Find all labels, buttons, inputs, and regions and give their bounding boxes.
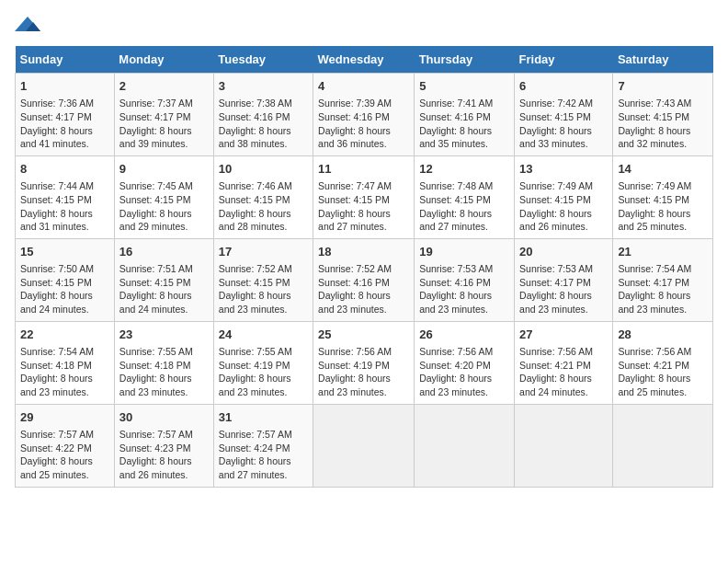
day-number: 12 [419,161,509,178]
calendar-week-row: 29Sunrise: 7:57 AMSunset: 4:22 PMDayligh… [16,404,713,487]
day-number: 27 [519,327,608,343]
day-info: Sunrise: 7:39 AMSunset: 4:16 PMDaylight:… [318,97,409,151]
day-info: Sunrise: 7:56 AMSunset: 4:21 PMDaylight:… [618,345,708,399]
day-number: 19 [419,244,509,260]
day-info: Sunrise: 7:45 AMSunset: 4:15 PMDaylight:… [119,179,209,234]
calendar-day-cell: 5Sunrise: 7:41 AMSunset: 4:16 PMDaylight… [415,74,515,156]
calendar-day-cell: 29Sunrise: 7:57 AMSunset: 4:22 PMDayligh… [16,404,115,487]
day-info: Sunrise: 7:57 AMSunset: 4:22 PMDaylight:… [20,428,109,482]
calendar-day-cell: 24Sunrise: 7:55 AMSunset: 4:19 PMDayligh… [213,321,313,404]
calendar-day-header: Friday [515,46,613,74]
day-number: 2 [119,78,209,95]
day-number: 14 [618,161,708,178]
calendar-day-cell: 26Sunrise: 7:56 AMSunset: 4:20 PMDayligh… [415,321,515,404]
day-number: 20 [519,244,608,260]
calendar-day-header: Tuesday [213,46,313,74]
calendar-day-cell: 27Sunrise: 7:56 AMSunset: 4:21 PMDayligh… [515,321,613,404]
day-info: Sunrise: 7:44 AMSunset: 4:15 PMDaylight:… [20,179,109,234]
day-info: Sunrise: 7:57 AMSunset: 4:23 PMDaylight:… [119,428,209,482]
day-number: 4 [318,78,409,95]
day-info: Sunrise: 7:54 AMSunset: 4:17 PMDaylight:… [618,262,708,316]
calendar-day-cell: 7Sunrise: 7:43 AMSunset: 4:15 PMDaylight… [613,74,713,156]
day-number: 11 [318,161,409,178]
calendar-day-header: Sunday [16,46,115,74]
calendar-day-cell [415,404,515,487]
day-info: Sunrise: 7:38 AMSunset: 4:16 PMDaylight:… [219,97,308,151]
calendar-day-cell: 30Sunrise: 7:57 AMSunset: 4:23 PMDayligh… [114,404,213,487]
day-info: Sunrise: 7:57 AMSunset: 4:24 PMDaylight:… [219,428,308,482]
day-number: 1 [20,78,109,95]
logo [15,15,44,35]
calendar-week-row: 1Sunrise: 7:36 AMSunset: 4:17 PMDaylight… [16,74,713,156]
day-info: Sunrise: 7:52 AMSunset: 4:15 PMDaylight:… [219,262,308,316]
day-info: Sunrise: 7:54 AMSunset: 4:18 PMDaylight:… [20,345,109,399]
calendar-day-cell: 25Sunrise: 7:56 AMSunset: 4:19 PMDayligh… [313,321,415,404]
day-info: Sunrise: 7:49 AMSunset: 4:15 PMDaylight:… [519,179,608,234]
calendar-day-header: Wednesday [313,46,415,74]
calendar-day-cell: 11Sunrise: 7:47 AMSunset: 4:15 PMDayligh… [313,155,415,238]
page-header [15,15,713,35]
calendar-day-header: Thursday [415,46,515,74]
calendar-day-cell: 20Sunrise: 7:53 AMSunset: 4:17 PMDayligh… [515,238,613,321]
day-info: Sunrise: 7:55 AMSunset: 4:19 PMDaylight:… [219,345,308,399]
calendar-day-cell: 12Sunrise: 7:48 AMSunset: 4:15 PMDayligh… [415,155,515,238]
calendar-table: SundayMondayTuesdayWednesdayThursdayFrid… [15,46,713,488]
day-info: Sunrise: 7:42 AMSunset: 4:15 PMDaylight:… [519,97,608,151]
day-info: Sunrise: 7:46 AMSunset: 4:15 PMDaylight:… [219,179,308,234]
day-info: Sunrise: 7:52 AMSunset: 4:16 PMDaylight:… [318,262,409,316]
calendar-day-cell: 21Sunrise: 7:54 AMSunset: 4:17 PMDayligh… [613,238,713,321]
day-number: 18 [318,244,409,260]
calendar-day-header: Saturday [613,46,713,74]
day-number: 31 [219,409,308,426]
day-number: 3 [219,78,308,95]
calendar-day-header: Monday [114,46,213,74]
calendar-day-cell: 9Sunrise: 7:45 AMSunset: 4:15 PMDaylight… [114,155,213,238]
day-number: 24 [219,327,308,343]
day-info: Sunrise: 7:47 AMSunset: 4:15 PMDaylight:… [318,179,409,234]
day-info: Sunrise: 7:37 AMSunset: 4:17 PMDaylight:… [119,97,209,151]
day-info: Sunrise: 7:56 AMSunset: 4:19 PMDaylight:… [318,345,409,399]
day-info: Sunrise: 7:43 AMSunset: 4:15 PMDaylight:… [618,97,708,151]
calendar-day-cell [613,404,713,487]
calendar-day-cell [515,404,613,487]
calendar-day-cell: 6Sunrise: 7:42 AMSunset: 4:15 PMDaylight… [515,74,613,156]
day-info: Sunrise: 7:36 AMSunset: 4:17 PMDaylight:… [20,97,109,151]
day-info: Sunrise: 7:53 AMSunset: 4:16 PMDaylight:… [419,262,509,316]
calendar-day-cell: 13Sunrise: 7:49 AMSunset: 4:15 PMDayligh… [515,155,613,238]
calendar-day-cell: 15Sunrise: 7:50 AMSunset: 4:15 PMDayligh… [16,238,115,321]
day-number: 26 [419,327,509,343]
day-info: Sunrise: 7:48 AMSunset: 4:15 PMDaylight:… [419,179,509,234]
calendar-day-cell: 17Sunrise: 7:52 AMSunset: 4:15 PMDayligh… [213,238,313,321]
calendar-header-row: SundayMondayTuesdayWednesdayThursdayFrid… [16,46,713,74]
day-info: Sunrise: 7:56 AMSunset: 4:21 PMDaylight:… [519,345,608,399]
calendar-day-cell: 16Sunrise: 7:51 AMSunset: 4:15 PMDayligh… [114,238,213,321]
day-info: Sunrise: 7:55 AMSunset: 4:18 PMDaylight:… [119,345,209,399]
calendar-week-row: 8Sunrise: 7:44 AMSunset: 4:15 PMDaylight… [16,155,713,238]
calendar-day-cell: 8Sunrise: 7:44 AMSunset: 4:15 PMDaylight… [16,155,115,238]
day-info: Sunrise: 7:41 AMSunset: 4:16 PMDaylight:… [419,97,509,151]
day-number: 5 [419,78,509,95]
logo-icon [15,15,40,35]
calendar-day-cell: 2Sunrise: 7:37 AMSunset: 4:17 PMDaylight… [114,74,213,156]
day-number: 13 [519,161,608,178]
calendar-day-cell: 28Sunrise: 7:56 AMSunset: 4:21 PMDayligh… [613,321,713,404]
day-info: Sunrise: 7:56 AMSunset: 4:20 PMDaylight:… [419,345,509,399]
day-info: Sunrise: 7:53 AMSunset: 4:17 PMDaylight:… [519,262,608,316]
day-number: 7 [618,78,708,95]
calendar-day-cell: 14Sunrise: 7:49 AMSunset: 4:15 PMDayligh… [613,155,713,238]
calendar-week-row: 22Sunrise: 7:54 AMSunset: 4:18 PMDayligh… [16,321,713,404]
day-number: 15 [20,244,109,260]
day-number: 21 [618,244,708,260]
day-number: 25 [318,327,409,343]
calendar-day-cell: 23Sunrise: 7:55 AMSunset: 4:18 PMDayligh… [114,321,213,404]
day-number: 6 [519,78,608,95]
calendar-day-cell: 10Sunrise: 7:46 AMSunset: 4:15 PMDayligh… [213,155,313,238]
calendar-day-cell: 4Sunrise: 7:39 AMSunset: 4:16 PMDaylight… [313,74,415,156]
calendar-day-cell: 18Sunrise: 7:52 AMSunset: 4:16 PMDayligh… [313,238,415,321]
calendar-week-row: 15Sunrise: 7:50 AMSunset: 4:15 PMDayligh… [16,238,713,321]
day-number: 22 [20,327,109,343]
day-number: 8 [20,161,109,178]
day-number: 16 [119,244,209,260]
day-number: 9 [119,161,209,178]
calendar-day-cell: 22Sunrise: 7:54 AMSunset: 4:18 PMDayligh… [16,321,115,404]
